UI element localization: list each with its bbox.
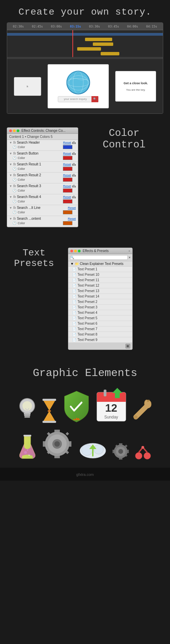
effects-close-dot[interactable] — [70, 250, 73, 252]
preset-item-9[interactable]: 📄 Text Preset 4 — [68, 310, 132, 316]
color-swatch-8[interactable] — [63, 221, 72, 225]
preset-item-4[interactable]: 📄 Text Preset 12 — [68, 283, 132, 288]
timeline-ruler: 02:30s 02:45s 03:00s 03:15s 03:30s 03:45… — [7, 23, 163, 30]
color-control-title: Color Control — [85, 127, 163, 150]
preset-name-12: Text Preset 7 — [78, 327, 97, 331]
preset-item-11[interactable]: 📄 Text Preset 6 — [68, 321, 132, 326]
color-swatch-7[interactable] — [63, 210, 72, 214]
preset-item-14[interactable]: 📄 Text Preset 9 — [68, 337, 132, 343]
preset-icon-8: 📄 — [72, 306, 76, 309]
shield-icon — [61, 390, 92, 424]
reset-link-6[interactable]: Reset — [63, 195, 71, 199]
color-control-section: Effect Controls: Change Co... Content 1 … — [0, 117, 170, 237]
effect-row-result-2: ▼ fx Search Result 2 Reset 🕐 Color — [7, 173, 78, 183]
effects-panel: Effects & Presets × ▾ ▼ 📁 Clean Explaine… — [68, 248, 133, 350]
svg-rect-20 — [23, 435, 31, 436]
track-bar-3 — [77, 47, 101, 51]
preset-name-1: Text Preset 1 — [78, 267, 97, 271]
preset-name-9: Text Preset 4 — [78, 311, 97, 315]
preset-name-8: Text Preset 3 — [78, 305, 97, 309]
clock-icon-2: 🕐 — [13, 156, 16, 160]
svg-point-18 — [134, 415, 138, 419]
close-dot[interactable] — [9, 129, 12, 132]
preset-name-10: Text Preset 5 — [78, 316, 97, 320]
preset-icon-4: 📄 — [72, 284, 76, 287]
preset-item-3[interactable]: 📄 Text Preset 11 — [68, 278, 132, 283]
timeline-tracks — [7, 30, 163, 57]
color-label-8: Color — [18, 221, 62, 225]
clock-icon-1: 🕐 — [13, 145, 16, 149]
preset-item-12[interactable]: 📄 Text Preset 7 — [68, 326, 132, 332]
color-swatch-2[interactable] — [63, 156, 72, 160]
effect-panel: Effect Controls: Change Co... Content 1 … — [7, 127, 78, 227]
fx-name-8: Search ...ontent — [17, 217, 67, 220]
color-swatch-3[interactable] — [63, 167, 72, 171]
effect-row-result-1: ▼ fx Search Result 1 Reset 🕐 Color — [7, 162, 78, 173]
svg-rect-13 — [97, 399, 126, 402]
panel-titlebar: Effect Controls: Change Co... — [7, 128, 78, 134]
effects-maximize-dot[interactable] — [78, 250, 81, 252]
preset-item-13[interactable]: 📄 Text Preset 8 — [68, 332, 132, 337]
clock-icon-4: 🕐 — [13, 178, 16, 181]
preset-icon-7: 📄 — [72, 300, 76, 304]
minimize-dot[interactable] — [13, 129, 16, 132]
reset-link-5[interactable]: Reset — [63, 184, 71, 188]
reset-link-4[interactable]: Reset — [63, 174, 71, 177]
preset-item-5[interactable]: 📄 Text Preset 13 — [68, 288, 132, 294]
fx-name-5: Search Result 3 — [17, 184, 62, 188]
hero-title: Create your own story. — [0, 7, 170, 17]
color-swatch-5[interactable] — [63, 189, 72, 193]
track-bar-1 — [85, 38, 112, 41]
color-swatch-6[interactable] — [63, 199, 72, 203]
preset-name-6: Text Preset 14 — [78, 294, 99, 298]
preset-icon-13: 📄 — [72, 333, 76, 336]
icons-grid: 12 Sunday — [3, 386, 167, 461]
reset-link-1[interactable]: Reset — [63, 141, 71, 144]
fx-name-3: Search Result 1 — [17, 162, 62, 166]
preset-item-8[interactable]: 📄 Text Preset 3 — [68, 305, 132, 310]
folder-name: Clean Explainer Text Presets — [80, 262, 123, 266]
reset-link-2[interactable]: Reset — [63, 152, 71, 155]
footer-button[interactable]: ⊞ — [125, 344, 130, 348]
preview-slide-left: h — [14, 77, 41, 96]
fx-label-8: fx — [13, 217, 16, 220]
preset-item-6[interactable]: 📄 Text Preset 14 — [68, 294, 132, 299]
fx-label-1: fx — [13, 141, 16, 144]
svg-rect-6 — [24, 416, 30, 418]
effects-panel-close-x[interactable]: × — [129, 249, 130, 253]
fx-name-2: Search Button — [17, 151, 62, 155]
track-bar-2 — [93, 42, 113, 46]
panel-subtitle: Content 1 • Change Colors 5 — [7, 134, 78, 140]
color-control-title-area: Color Control — [78, 127, 163, 150]
preset-icon-9: 📄 — [72, 311, 76, 315]
effects-list[interactable]: ▼ 📁 Clean Explainer Text Presets 📄 Text … — [68, 261, 132, 343]
maximize-dot[interactable] — [17, 129, 19, 132]
panel-footer: ⊞ — [68, 343, 132, 350]
color-sub-row-6: 🕐 Color — [9, 199, 76, 204]
preset-icon-11: 📄 — [72, 322, 76, 325]
color-swatch-4[interactable] — [63, 178, 72, 182]
fx-name-1: Search Header — [17, 141, 62, 144]
svg-rect-9 — [42, 421, 56, 423]
preset-item-2[interactable]: 📄 Text Preset 10 — [68, 272, 132, 278]
ruler-marks: 02:30s 02:45s 03:00s 03:15s 03:30s 03:45… — [9, 25, 161, 28]
reset-link-8[interactable]: Reset — [68, 217, 76, 220]
ruler-mark-3: 03:00s — [51, 25, 62, 28]
preset-item-7[interactable]: 📄 Text Preset 2 — [68, 299, 132, 305]
color-swatch-1[interactable] — [63, 145, 72, 149]
svg-point-29 — [82, 445, 92, 455]
icon-bars-4 — [72, 174, 76, 177]
preset-icon-10: 📄 — [72, 317, 76, 320]
timeline-container: 02:30s 02:45s 03:00s 03:15s 03:30s 03:45… — [7, 22, 163, 114]
svg-point-33 — [118, 449, 123, 454]
effects-minimize-dot[interactable] — [74, 250, 77, 252]
effects-search-input[interactable] — [70, 255, 128, 260]
reset-link-3[interactable]: Reset — [63, 163, 71, 166]
effect-row-search-header: ▼ fx Search Header Reset 🕐 Color — [7, 140, 78, 151]
reset-link-7[interactable]: Reset — [68, 206, 76, 210]
preview-area: h your search inquiry 🔍 — [7, 59, 163, 113]
effects-panel-dots — [70, 250, 81, 252]
preview-slide-left-text: h — [26, 84, 29, 89]
preset-item-1[interactable]: 📄 Text Preset 1 — [68, 267, 132, 272]
preset-item-10[interactable]: 📄 Text Preset 5 — [68, 316, 132, 321]
